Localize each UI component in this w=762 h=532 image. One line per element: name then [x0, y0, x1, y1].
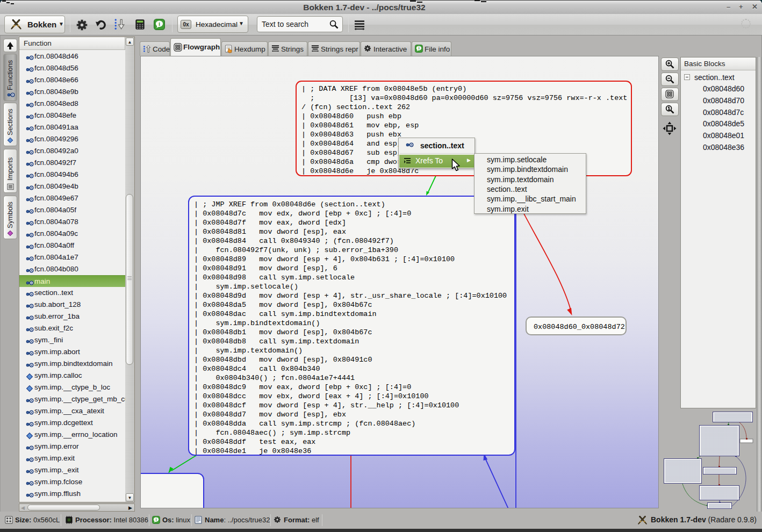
- svg-text:i: i: [159, 20, 160, 27]
